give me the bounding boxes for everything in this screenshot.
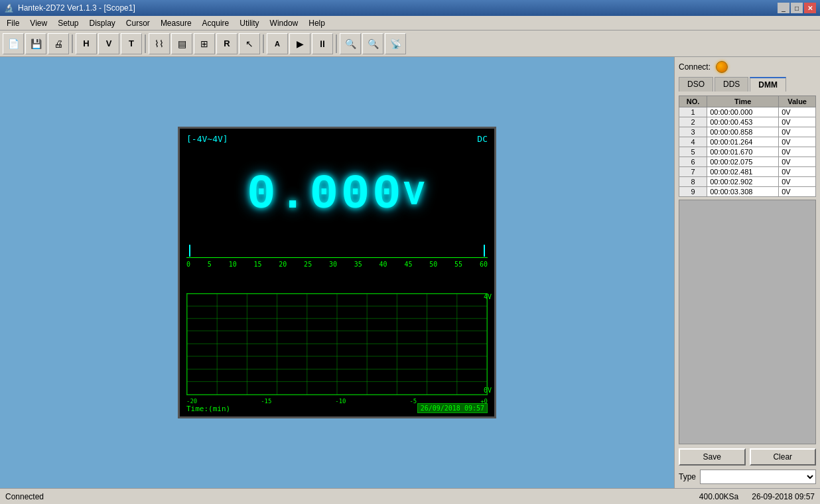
time-label: Time:(min) [186, 405, 230, 413]
connect-indicator [716, 61, 728, 73]
title-bar-left: 🔬 Hantek-2D72 Ver1.1.3 - [Scope1] [4, 3, 135, 13]
type-select[interactable] [700, 470, 816, 484]
tabs: DSO DDS DMM [679, 77, 816, 92]
save-button[interactable]: Save [679, 448, 746, 466]
waveform-grid [187, 294, 487, 395]
menu-display[interactable]: Display [84, 17, 121, 29]
cell-time: 00:00:02.902 [707, 177, 779, 187]
menu-file[interactable]: File [1, 17, 25, 29]
table-row: 6 00:00:02.075 0V [679, 157, 816, 167]
type-label: Type [679, 472, 696, 481]
menu-acquire[interactable]: Acquire [197, 17, 235, 29]
cell-time: 00:00:03.308 [707, 187, 779, 197]
toolbar-stop[interactable]: ⏸ [312, 33, 333, 54]
cell-value: 0V [779, 147, 816, 157]
cell-time: 00:00:00.000 [707, 107, 779, 117]
type-row: Type [679, 470, 816, 484]
cell-value: 0V [779, 187, 816, 197]
cell-value: 0V [779, 117, 816, 127]
toolbar-zoom-in[interactable]: 🔍 [340, 33, 361, 54]
col-time: Time [707, 96, 779, 107]
btn-row: Save Clear [679, 448, 816, 466]
toolbar-wave1[interactable]: ⌇⌇ [149, 33, 170, 54]
scope-area: [-4V~4V] DC 0.000V 0 5 10 15 20 [0, 57, 674, 488]
ruler-cursor-right [484, 245, 485, 257]
title-bar: 🔬 Hantek-2D72 Ver1.1.3 - [Scope1] _ □ ✕ [0, 0, 820, 16]
ruler-ticks [186, 245, 488, 258]
status-right: 400.00KSa 26-09-2018 09:57 [699, 492, 815, 501]
toolbar-auto[interactable]: A [267, 33, 288, 54]
menu-help[interactable]: Help [303, 17, 330, 29]
toolbar-h[interactable]: H [76, 33, 97, 54]
cell-no: 1 [679, 107, 707, 117]
cell-no: 3 [679, 127, 707, 137]
toolbar-wave2[interactable]: ▤ [171, 33, 192, 54]
range-label: [-4V~4V] [186, 134, 228, 144]
toolbar-sep2 [145, 34, 146, 53]
menu-utility[interactable]: Utility [234, 17, 264, 29]
menu-setup[interactable]: Setup [52, 17, 84, 29]
toolbar-cursor[interactable]: ↖ [239, 33, 260, 54]
scope-display: [-4V~4V] DC 0.000V 0 5 10 15 20 [178, 127, 496, 418]
cell-value: 0V [779, 127, 816, 137]
reading-value: 0.000 [247, 168, 403, 222]
cell-value: 0V [779, 157, 816, 167]
maximize-button[interactable]: □ [791, 3, 803, 13]
toolbar-t[interactable]: T [121, 33, 142, 54]
tab-dmm[interactable]: DMM [750, 77, 786, 92]
minimize-button[interactable]: _ [778, 3, 789, 13]
toolbar-sep4 [336, 34, 337, 53]
table-empty-area [679, 200, 816, 444]
menu-cursor[interactable]: Cursor [121, 17, 155, 29]
connect-row: Connect: [679, 61, 816, 73]
toolbar-new[interactable]: 📄 [3, 33, 24, 54]
table-row: 5 00:00:01.670 0V [679, 147, 816, 157]
scope-info-bar: [-4V~4V] DC [186, 134, 488, 144]
title-text: Hantek-2D72 Ver1.1.3 - [Scope1] [18, 3, 135, 13]
cell-time: 00:00:01.670 [707, 147, 779, 157]
toolbar-connect[interactable]: 📡 [385, 33, 406, 54]
cell-no: 5 [679, 147, 707, 157]
menu-measure[interactable]: Measure [155, 17, 197, 29]
table-row: 2 00:00:00.453 0V [679, 117, 816, 127]
table-row: 7 00:00:02.481 0V [679, 167, 816, 177]
tab-dso[interactable]: DSO [679, 77, 713, 92]
toolbar-run[interactable]: ▶ [289, 33, 310, 54]
cell-value: 0V [779, 167, 816, 177]
timestamp: 26/09/2018 09:57 [417, 403, 488, 413]
sample-rate: 400.00KSa [699, 492, 738, 501]
cell-no: 7 [679, 167, 707, 177]
toolbar-v[interactable]: V [98, 33, 119, 54]
toolbar-save[interactable]: 💾 [25, 33, 46, 54]
toolbar-ref[interactable]: R [216, 33, 238, 54]
waveform-area [186, 293, 488, 395]
reading-unit: V [403, 176, 427, 215]
coupling-label: DC [477, 134, 488, 144]
title-bar-controls: _ □ ✕ [778, 3, 816, 13]
status-datetime: 26-09-2018 09:57 [752, 492, 815, 501]
cell-time: 00:00:02.075 [707, 157, 779, 167]
table-row: 3 00:00:00.858 0V [679, 127, 816, 137]
cell-no: 9 [679, 187, 707, 197]
table-row: 8 00:00:02.902 0V [679, 177, 816, 187]
clear-button[interactable]: Clear [750, 448, 817, 466]
toolbar-sep3 [263, 34, 264, 53]
col-no: NO. [679, 96, 707, 107]
menu-view[interactable]: View [25, 17, 52, 29]
close-button[interactable]: ✕ [804, 3, 816, 13]
table-row: 9 00:00:03.308 0V [679, 187, 816, 197]
toolbar-wave3[interactable]: ⊞ [194, 33, 215, 54]
table-row: 4 00:00:01.264 0V [679, 137, 816, 147]
right-panel: Connect: DSO DDS DMM NO. Time Value 1 00… [674, 57, 820, 488]
toolbar-zoom-out[interactable]: 🔍 [362, 33, 383, 54]
cell-no: 6 [679, 157, 707, 167]
cell-time: 00:00:01.264 [707, 137, 779, 147]
tab-dds[interactable]: DDS [715, 77, 748, 92]
cell-no: 4 [679, 137, 707, 147]
ruler-markers: 0 5 10 15 20 25 30 35 40 45 50 55 60 [186, 258, 488, 268]
toolbar-print[interactable]: 🖨 [48, 33, 69, 54]
menu-window[interactable]: Window [265, 17, 304, 29]
toolbar: 📄 💾 🖨 H V T ⌇⌇ ▤ ⊞ R ↖ A ▶ ⏸ 🔍 🔍 📡 [0, 31, 820, 57]
status-connected: Connected [5, 492, 44, 501]
cell-no: 2 [679, 117, 707, 127]
